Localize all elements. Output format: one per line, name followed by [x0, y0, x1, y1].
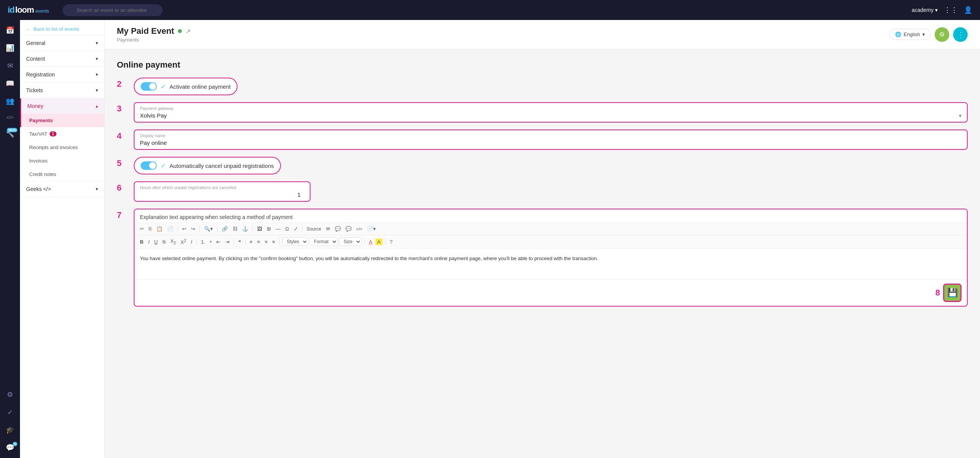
display-name-field[interactable]: Display name Pay online — [134, 129, 968, 150]
content-area: My Paid Event ↗ Payments 🌐 English ▾ ⚙ ⋮ — [105, 20, 980, 458]
toolbar-sep — [217, 226, 218, 232]
invoices-label: Invoices — [29, 158, 48, 164]
step-2-content: ✓ Activate online payment — [134, 78, 968, 95]
sidebar-item-taxvat[interactable]: Tax/VAT 1 — [20, 127, 104, 141]
sidebar-icon-gear[interactable]: ⚙ — [7, 390, 13, 399]
unlink-button[interactable]: ⛓ — [231, 225, 239, 232]
display-name-value: Pay online — [140, 139, 962, 146]
sidebar-icon-graduation[interactable]: 🎓 — [6, 426, 14, 434]
ordered-list-button[interactable]: 1. — [199, 238, 207, 246]
step-5-row: 5 ✓ Automatically cancel unpaid registra… — [117, 157, 968, 174]
sidebar-item-registration[interactable]: Registration ▾ — [20, 67, 104, 82]
sidebar-item-general[interactable]: General ▾ — [20, 35, 104, 51]
sidebar-icon-group[interactable]: 👥 — [6, 97, 14, 105]
superscript-button[interactable]: X2 — [179, 237, 188, 246]
link-button[interactable]: 🔗 — [220, 225, 229, 232]
cut-button[interactable]: ✂ — [138, 225, 146, 232]
code-button[interactable]: </> — [355, 226, 364, 232]
sidebar-item-content[interactable]: Content ▾ — [20, 51, 104, 66]
help-button[interactable]: ? — [388, 238, 394, 246]
sidebar-item-creditnotes[interactable]: Credit notes — [20, 168, 104, 181]
payment-gateway-label: Payment gateway — [140, 106, 962, 111]
italic-button[interactable]: I — [146, 238, 151, 246]
align-justify-button[interactable]: ≡ — [271, 238, 277, 246]
sidebar-icon-email[interactable]: ✉ — [7, 61, 13, 70]
sidebar-item-money[interactable]: Money ▴ — [20, 98, 104, 114]
envelope-button[interactable]: ✉ — [324, 225, 332, 232]
grid-icon[interactable]: ⋮⋮ — [944, 6, 958, 14]
step-6-number: 6 — [117, 183, 128, 193]
user-icon[interactable]: 👤 — [964, 6, 972, 14]
sidebar-icon-check[interactable]: ✓ — [7, 408, 13, 417]
sidebar-icon-chart[interactable]: 📊 — [6, 44, 14, 52]
save-icon: 💾 — [947, 288, 958, 298]
step-3-row: 3 Payment gateway Xolvis Pay ▾ — [117, 102, 968, 123]
indent-button[interactable]: ⇥ — [224, 238, 231, 246]
sidebar-item-invoices[interactable]: Invoices — [20, 154, 104, 168]
find-button[interactable]: 🔍▾ — [203, 225, 214, 232]
bg-color-button[interactable]: A — [375, 239, 383, 245]
unordered-list-button[interactable]: • — [208, 238, 213, 246]
anchor-button[interactable]: ⚓ — [241, 225, 250, 232]
step-7-content: Explanation text appearing when selectin… — [134, 209, 968, 307]
save-button[interactable]: 💾 — [943, 284, 962, 302]
back-to-list-button[interactable]: ← Back to list of events — [20, 20, 104, 35]
align-center-button[interactable]: ≡ — [256, 238, 262, 246]
toolbar-sep — [252, 226, 253, 232]
more-options-button[interactable]: ⋮ — [953, 27, 968, 42]
format-select[interactable]: Format — [310, 237, 338, 246]
search-input[interactable] — [63, 4, 163, 16]
redo-button[interactable]: ↪ — [189, 225, 197, 232]
editor-body[interactable]: You have selected online payment. By cli… — [135, 249, 967, 279]
autocancel-toggle[interactable] — [141, 161, 157, 170]
sidebar-icon-calendar[interactable]: 📅 — [6, 26, 14, 35]
align-right-button[interactable]: ≡ — [263, 238, 269, 246]
hline-button[interactable]: — — [274, 225, 282, 232]
table-button[interactable]: ⊞ — [265, 225, 272, 232]
font-color-button[interactable]: A — [367, 238, 374, 246]
strikethrough-button[interactable]: S — [161, 238, 167, 246]
icon-bar: 📅 📊 ✉ 📖 👥 </> 🔧 NEW ⚙ ✓ 🎓 💬 2 — [0, 20, 20, 458]
hours-field[interactable]: Hours after which unpaid registrations a… — [134, 181, 311, 202]
image-button[interactable]: 🖼 — [256, 225, 264, 232]
paste-button[interactable]: 📋 — [155, 225, 164, 232]
search-wrap: 🔍 — [63, 4, 163, 16]
special-char-button[interactable]: Ω — [284, 225, 291, 232]
comment-button[interactable]: 💬 — [333, 225, 342, 232]
sidebar-icon-new[interactable]: 🔧 NEW — [6, 129, 14, 138]
outdent-button[interactable]: ⇤ — [215, 238, 222, 246]
align-left-button[interactable]: ≡ — [248, 238, 254, 246]
italic2-button[interactable]: I — [189, 238, 194, 246]
underline-button[interactable]: U — [153, 238, 159, 246]
payment-gateway-field[interactable]: Payment gateway Xolvis Pay ▾ — [134, 102, 968, 123]
copy-button[interactable]: ⎘ — [147, 225, 153, 232]
undo-button[interactable]: ↩ — [181, 225, 188, 232]
autocancel-label: Automatically cancel unpaid registration… — [169, 163, 274, 169]
comment2-button[interactable]: 💬 — [344, 225, 353, 232]
sidebar-item-receipts[interactable]: Receipts and invoices — [20, 141, 104, 154]
settings-button[interactable]: ⚙ — [935, 27, 949, 42]
external-link-icon[interactable]: ↗ — [186, 28, 191, 35]
styles-select[interactable]: Styles — [282, 237, 308, 246]
source-button[interactable]: Source — [305, 226, 323, 232]
sidebar-icon-code[interactable]: </> — [7, 114, 14, 120]
dots-icon: ⋮ — [957, 30, 964, 39]
chat-badge: 2 — [13, 442, 17, 446]
activate-payment-toggle[interactable] — [141, 82, 157, 91]
paste-special-button[interactable]: 📄 — [166, 225, 175, 232]
blockquote-button[interactable]: ❝ — [237, 238, 243, 246]
sidebar-icon-chat[interactable]: 💬 2 — [6, 443, 14, 452]
sidebar-item-geeks[interactable]: Geeks </> ▾ — [20, 181, 104, 197]
language-button[interactable]: 🌐 English ▾ — [889, 29, 931, 40]
step-3-content: Payment gateway Xolvis Pay ▾ — [134, 102, 968, 123]
doc-button[interactable]: 📄▾ — [365, 225, 377, 232]
fullscreen-button[interactable]: ⤢ — [292, 225, 299, 232]
step-6-row: 6 Hours after which unpaid registrations… — [117, 181, 968, 202]
subscript-button[interactable]: X2 — [169, 237, 178, 246]
sidebar-item-tickets[interactable]: Tickets ▾ — [20, 83, 104, 98]
size-select[interactable]: Size — [339, 237, 362, 246]
sidebar-icon-book[interactable]: 📖 — [6, 79, 14, 88]
bold-button[interactable]: B — [138, 238, 145, 246]
sidebar-item-payments[interactable]: Payments — [20, 114, 104, 127]
academy-menu[interactable]: academy ▾ — [912, 7, 938, 13]
